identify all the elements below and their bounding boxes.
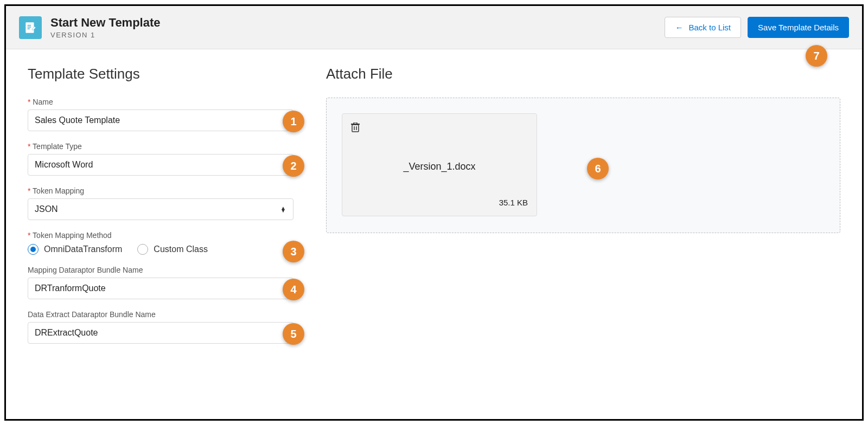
mapping-bundle-input[interactable]: [28, 278, 293, 299]
svg-rect-6: [354, 123, 357, 124]
template-icon: [19, 16, 42, 39]
callout-1: 1: [283, 111, 304, 132]
attach-file-title: Attach File: [326, 66, 840, 82]
template-settings-title: Template Settings: [28, 66, 293, 82]
back-button-label: Back to List: [688, 23, 731, 32]
callout-4: 4: [283, 279, 304, 300]
radio-icon-unchecked: [137, 244, 148, 255]
radio-icon-checked: [28, 244, 39, 255]
file-dropzone[interactable]: _Version_1.docx 35.1 KB 6: [326, 98, 840, 233]
attached-file-card: _Version_1.docx 35.1 KB: [342, 113, 537, 216]
arrow-left-icon: ←: [675, 23, 683, 32]
name-input[interactable]: [28, 110, 293, 131]
page-title: Start New Template: [50, 16, 161, 30]
back-to-list-button[interactable]: ← Back to List: [665, 17, 741, 38]
callout-7: 7: [806, 45, 827, 67]
template-type-input[interactable]: [28, 154, 293, 176]
extract-bundle-input[interactable]: [28, 322, 293, 344]
page-subtitle: VERSION 1: [50, 31, 161, 39]
callout-5: 5: [283, 323, 304, 345]
save-button-label: Save Template Details: [758, 23, 839, 32]
template-type-label: Template Type: [28, 142, 293, 151]
file-name: _Version_1.docx: [351, 135, 528, 198]
callout-3: 3: [283, 241, 304, 262]
radio-custom-label: Custom Class: [154, 244, 208, 254]
radio-custom-class[interactable]: Custom Class: [137, 244, 208, 255]
extract-bundle-label: Data Extract Dataraptor Bundle Name: [28, 310, 293, 319]
callout-6: 6: [587, 158, 609, 179]
radio-omni-label: OmniDataTransform: [44, 244, 122, 254]
select-arrows-icon: ▲ ▼: [280, 207, 286, 212]
token-mapping-method-label: Token Mapping Method: [28, 231, 293, 240]
callout-2: 2: [283, 155, 304, 177]
name-label: Name: [28, 98, 293, 106]
mapping-bundle-label: Mapping Dataraptor Bundle Name: [28, 266, 293, 274]
svg-rect-0: [25, 22, 34, 33]
token-mapping-label: Token Mapping: [28, 186, 293, 195]
radio-omni-data-transform[interactable]: OmniDataTransform: [28, 244, 122, 255]
file-size: 35.1 KB: [499, 198, 528, 207]
token-mapping-select[interactable]: [28, 198, 293, 220]
page-header: Start New Template VERSION 1 ← Back to L…: [6, 6, 862, 49]
svg-rect-4: [352, 125, 359, 132]
delete-file-button[interactable]: [351, 123, 528, 135]
save-template-button[interactable]: Save Template Details: [748, 17, 849, 38]
